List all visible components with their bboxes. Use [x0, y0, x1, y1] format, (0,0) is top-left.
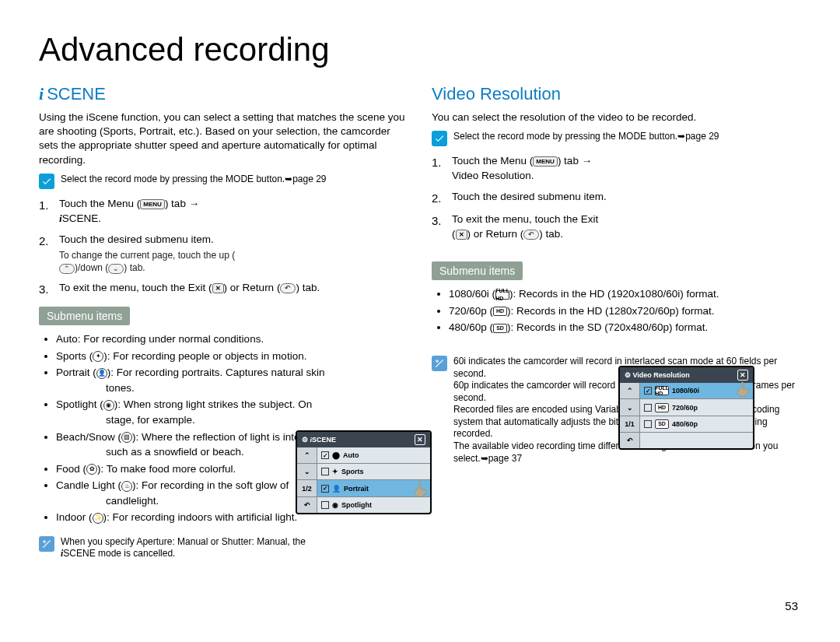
lcd-close-icon: ✕ — [415, 434, 425, 445]
lcd-iscene: ⚙ iSCENE ✕ ⌃ ⌄ 1/2 ↶ ✓⬤Auto ✦Sports ✓👤Po… — [296, 430, 432, 514]
submenu-header-left: Submenu items — [39, 307, 130, 325]
page-number: 53 — [785, 599, 798, 612]
lcd-return-btn: ↶ — [620, 433, 639, 448]
iscene-note-1: Select the record mode by pressing the M… — [39, 174, 408, 189]
menu-icon: MENU — [140, 199, 165, 209]
close-icon: ✕ — [456, 230, 467, 240]
column-video-resolution: Video Resolution You can select the reso… — [432, 84, 801, 568]
bullet-1080: 1080/60i (FULL HD): Records in the HD (1… — [449, 286, 801, 302]
vr-step-1: Touch the Menu (MENU) tab → Video Resolu… — [452, 154, 639, 184]
vr-step-2: Touch the desired submenu item. — [452, 190, 639, 206]
menu-icon: MENU — [533, 156, 558, 167]
close-icon: ✕ — [212, 283, 224, 293]
check-icon — [39, 174, 54, 189]
iscene-step-1: Touch the Menu (MENU) tab → iSCENE. — [59, 197, 246, 226]
bullet-portrait: Portrait (👤): For recording portraits. C… — [56, 365, 408, 395]
step-num-3: 3. — [432, 212, 444, 242]
lcd-up-btn: ⌃ — [620, 383, 639, 399]
info-icon — [39, 536, 54, 552]
lcd-up-btn: ⌃ — [297, 447, 317, 464]
up-icon: ⌃ — [59, 264, 75, 274]
vr-note-1: Select the record mode by pressing the M… — [432, 131, 801, 146]
food-icon: ✿ — [86, 464, 97, 475]
note-text: Select the record mode by pressing the M… — [61, 174, 408, 189]
check-icon — [432, 131, 447, 146]
iscene-step-3: To exit the menu, touch the Exit (✕) or … — [59, 281, 408, 297]
bullet-480: 480/60p (SD): Records in the SD (720x480… — [449, 320, 801, 335]
bullet-spotlight: Spotlight (◉): When strong light strikes… — [56, 397, 408, 427]
step-num-2: 2. — [39, 233, 51, 275]
info-icon — [432, 356, 447, 371]
lcd-return-btn: ↶ — [297, 497, 317, 513]
hand-pointer-icon — [733, 380, 754, 403]
return-icon: ↶ — [280, 283, 296, 293]
vr-step-3: To exit the menu, touch the Exit (✕) or … — [452, 212, 639, 242]
lcd-down-btn: ⌄ — [297, 464, 317, 480]
note-text: Select the record mode by pressing the M… — [453, 131, 801, 146]
beach-icon: ▨ — [121, 432, 132, 443]
hand-pointer-icon — [410, 480, 432, 503]
down-icon: ⌄ — [108, 264, 124, 274]
candle-icon: ♨ — [121, 481, 132, 492]
page-title: Advanced recording — [39, 31, 801, 68]
column-iscene: i SCENE Using the iScene function, you c… — [39, 84, 408, 568]
submenu-header-right: Submenu items — [432, 261, 523, 280]
fullhd-icon: FULL HD — [495, 290, 509, 300]
spotlight-icon: ◉ — [103, 400, 114, 411]
iscene-i-glyph: i — [39, 84, 44, 104]
iscene-note-2: When you specify Aperture: Manual or Shu… — [39, 536, 408, 560]
iscene-intro: Using the iScene function, you can selec… — [39, 111, 408, 167]
lcd-video-resolution: ⚙ Video Resolution ✕ ⌃ ⌄ 1/1 ↶ ✓FULL HD1… — [618, 366, 754, 450]
indoor-icon: ✨ — [93, 513, 103, 524]
sports-icon: ✦ — [93, 351, 103, 362]
hd-icon: HD — [493, 307, 507, 316]
vr-intro: You can select the resolution of the vid… — [432, 111, 801, 125]
lcd-page-indicator: 1/1 — [620, 416, 639, 433]
step-num-2: 2. — [432, 190, 444, 206]
step-num-1: 1. — [432, 154, 444, 184]
heading-iscene: i SCENE — [39, 84, 408, 104]
lcd-page-indicator: 1/2 — [297, 480, 317, 496]
heading-video-resolution: Video Resolution — [432, 84, 801, 104]
lcd-close-icon: ✕ — [737, 370, 748, 381]
bullet-sports: Sports (✦): For recording people or obje… — [56, 349, 408, 364]
vr-submenu-list: 1080/60i (FULL HD): Records in the HD (1… — [432, 286, 801, 335]
step-num-3: 3. — [39, 281, 51, 297]
note-text: When you specify Aperture: Manual or Shu… — [61, 536, 408, 560]
iscene-step-2: Touch the desired submenu item. To chang… — [59, 233, 246, 275]
return-icon: ↶ — [523, 230, 539, 240]
sd-icon: SD — [493, 324, 507, 333]
lcd-down-btn: ⌄ — [620, 399, 639, 416]
bullet-auto: Auto: For recording under normal conditi… — [56, 332, 408, 347]
step-num-1: 1. — [39, 197, 51, 226]
bullet-720: 720/60p (HD): Records in the HD (1280x72… — [449, 303, 801, 319]
portrait-icon: 👤 — [96, 368, 107, 379]
